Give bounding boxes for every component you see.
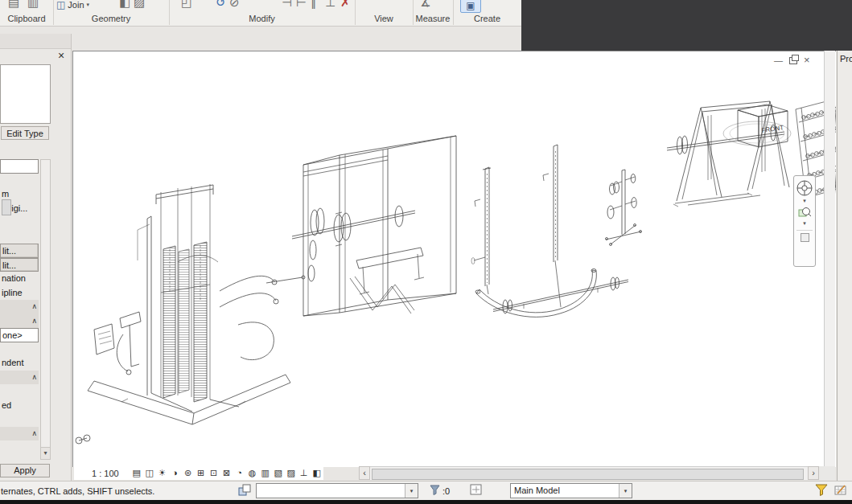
- type-selector[interactable]: [0, 64, 51, 124]
- chevron-down-icon[interactable]: ▾: [803, 220, 806, 227]
- property-row[interactable]: ipline: [0, 286, 39, 301]
- apply-button[interactable]: Apply: [0, 464, 50, 477]
- crop-view-icon[interactable]: ⊞: [195, 468, 208, 478]
- steering-wheel-icon[interactable]: [796, 179, 813, 197]
- panel-label[interactable]: Clipboard: [0, 14, 53, 23]
- measure-icon[interactable]: ∡: [420, 0, 430, 10]
- dumbbell-model[interactable]: [76, 435, 90, 444]
- status-hint: ternates, CTRL adds, SHIFT unselects.: [1, 486, 154, 496]
- property-section-row[interactable]: ∧: [0, 427, 39, 441]
- chevron-down-icon[interactable]: ▾: [803, 198, 806, 204]
- shadows-icon[interactable]: ◑: [169, 468, 182, 477]
- horizontal-scrollbar[interactable]: [370, 466, 808, 480]
- selection-filter-icon[interactable]: [430, 485, 440, 496]
- scroll-down-icon[interactable]: ▾: [41, 447, 50, 459]
- properties-palette-titlebar[interactable]: [0, 34, 71, 49]
- hide-analytical-model-icon[interactable]: ▧: [272, 468, 285, 478]
- close-icon[interactable]: ×: [55, 50, 68, 63]
- section-collapse-icon[interactable]: ∧: [31, 302, 37, 310]
- align-icon[interactable]: ⊣: [282, 0, 292, 10]
- temporary-view-properties-icon[interactable]: ▥: [259, 468, 272, 478]
- horizontal-scrollbar-thumb[interactable]: [372, 469, 804, 480]
- filter-icon[interactable]: [815, 483, 828, 497]
- status-bar: ternates, CTRL adds, SHIFT unselects. ▾ …: [0, 481, 852, 500]
- join-button[interactable]: ◫ Join ▾: [56, 0, 89, 10]
- scroll-left-icon[interactable]: ‹: [359, 466, 370, 480]
- power-cage-model[interactable]: [292, 136, 456, 316]
- scroll-right-icon[interactable]: ›: [808, 466, 819, 480]
- drawing-canvas[interactable]: FRONT: [72, 51, 836, 467]
- detail-level-icon[interactable]: ▤: [130, 468, 143, 478]
- rendering-dialog-icon[interactable]: ⊚: [182, 468, 195, 478]
- front-cube-annotation[interactable]: FRONT: [723, 104, 791, 147]
- design-option-select[interactable]: Main Model ▾: [510, 483, 632, 498]
- join-button-label: Join: [68, 0, 84, 10]
- chevron-down-icon[interactable]: ▾: [619, 484, 632, 498]
- edit-type-button[interactable]: Edit Type: [1, 126, 49, 140]
- editable-only-icon[interactable]: [834, 483, 847, 497]
- vertical-scrollbar[interactable]: [824, 51, 835, 466]
- property-section-row[interactable]: ∧: [0, 300, 39, 314]
- offset-icon[interactable]: ⊢: [296, 0, 307, 10]
- split-icon[interactable]: ⊘: [229, 0, 240, 10]
- vertical-scrollbar-thumb[interactable]: [2, 199, 11, 215]
- cut-geometry-icon[interactable]: ◧: [119, 0, 130, 10]
- workset-select[interactable]: ▾: [256, 483, 418, 498]
- temporary-hide-isolate-icon[interactable]: ◔: [233, 468, 246, 477]
- multi-gym-model[interactable]: [88, 184, 305, 424]
- section-collapse-icon[interactable]: ∧: [31, 373, 37, 381]
- barbell-model[interactable]: [493, 277, 628, 313]
- reveal-hidden-elements-icon[interactable]: ◍: [246, 468, 259, 478]
- property-row[interactable]: [0, 159, 39, 174]
- property-row[interactable]: lit...: [0, 258, 39, 272]
- property-section-row[interactable]: ∧: [0, 314, 39, 329]
- panel-label[interactable]: Geometry: [53, 14, 169, 23]
- chevron-down-icon[interactable]: ▾: [405, 484, 418, 498]
- zoom-icon[interactable]: [797, 205, 812, 219]
- show-crop-region-icon[interactable]: ⊡: [208, 468, 220, 478]
- project-browser-panel[interactable]: Pro: [837, 51, 852, 481]
- smith-machine-model[interactable]: [667, 101, 789, 207]
- property-row[interactable]: one>: [0, 328, 39, 342]
- property-row-label: lit...: [1, 259, 38, 272]
- rotate-icon[interactable]: ↺: [216, 0, 226, 10]
- panel-label[interactable]: View: [355, 14, 413, 23]
- lock-view-icon[interactable]: ⊠: [220, 468, 233, 478]
- section-collapse-icon[interactable]: ∧: [31, 429, 37, 437]
- worksets-icon[interactable]: [238, 483, 253, 498]
- design-options-icon[interactable]: [470, 483, 484, 497]
- apply-coping-icon[interactable]: ▨: [134, 0, 145, 10]
- array-icon[interactable]: ⊥: [325, 0, 335, 10]
- close-view-icon[interactable]: ×: [804, 55, 810, 65]
- panel-label[interactable]: Create: [453, 14, 521, 23]
- create-group-icon[interactable]: ▣: [460, 0, 481, 13]
- sun-path-icon[interactable]: ☀: [156, 468, 169, 478]
- property-row[interactable]: ndent: [0, 356, 39, 371]
- panel-label[interactable]: Measure: [413, 14, 453, 23]
- selection-count: :0: [442, 486, 450, 496]
- cut-icon[interactable]: ▥: [27, 0, 39, 10]
- restore-icon[interactable]: [789, 57, 797, 64]
- delete-icon[interactable]: ✗: [340, 0, 351, 10]
- section-collapse-icon[interactable]: ∧: [31, 317, 37, 325]
- visual-style-icon[interactable]: ◫: [143, 468, 156, 478]
- property-row[interactable]: nation: [0, 272, 39, 286]
- panel-label[interactable]: Modify: [169, 14, 355, 23]
- palette-scrollbar[interactable]: ▾: [40, 159, 51, 460]
- scale-button[interactable]: 1 : 100: [92, 469, 119, 478]
- minimize-icon[interactable]: —: [774, 55, 783, 65]
- property-row[interactable]: lit...: [0, 244, 39, 258]
- paste-icon[interactable]: ▤: [8, 0, 19, 10]
- highlight-displacement-icon[interactable]: ▨: [285, 468, 298, 478]
- reveal-constraints-icon[interactable]: ⊥: [298, 468, 311, 478]
- view-control-bar: 1 : 100 ▤◫☀◑⊚⊞⊡⊠◔◍▥▧▨⊥◧: [74, 466, 323, 480]
- property-row[interactable]: ed: [0, 399, 39, 413]
- property-section-row[interactable]: ∧: [0, 371, 39, 385]
- join-icon: ◫: [56, 0, 65, 10]
- navbar-options-icon[interactable]: [801, 233, 809, 242]
- worksharing-display-icon[interactable]: ◧: [311, 468, 323, 478]
- mirror-icon[interactable]: ∥: [311, 0, 317, 10]
- weight-tree-model[interactable]: [606, 170, 642, 246]
- property-row: [0, 384, 39, 399]
- modify-select-icon[interactable]: ◰: [181, 0, 192, 10]
